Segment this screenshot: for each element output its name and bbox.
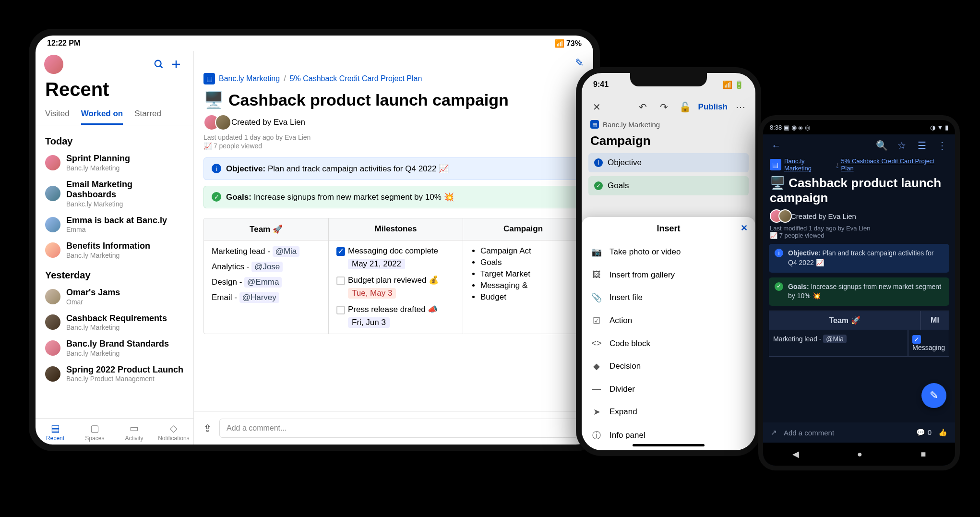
list-item[interactable]: Cashback RequirementsBanc.ly Marketing — [36, 310, 193, 336]
nav-recent-icon[interactable]: ■ — [920, 449, 926, 459]
page-title: 🖥️ Cashback product launch campaign — [763, 173, 955, 209]
tab-visited[interactable]: Visited — [45, 104, 70, 125]
list-item[interactable]: Email Marketing DashboardsBankc.ly Marke… — [36, 176, 193, 212]
edit-icon[interactable]: ✎ — [575, 57, 584, 69]
edit-fab[interactable]: ✎ — [921, 383, 946, 408]
avatar — [45, 242, 60, 258]
list-item[interactable]: Banc.ly Brand StandardsBanc.ly Marketing — [36, 335, 193, 361]
star-icon[interactable]: ☆ — [894, 137, 910, 154]
nav-notifications[interactable]: ◇Notifications — [154, 419, 193, 445]
insert-action[interactable]: ☑Action — [582, 309, 755, 332]
byline: Created by Eva Lien — [763, 209, 955, 225]
iphone-device: 9:41 📶 🔋 ✕ ↶ ↷ 🔓 Publish ⋯ ▤ Banc.ly Mar… — [576, 67, 761, 456]
date-chip: Fri, Jun 3 — [348, 317, 390, 328]
mention-chip[interactable]: @Harvey — [239, 292, 279, 303]
android-nav-bar: ◀ ● ■ — [763, 443, 955, 466]
info-icon: ⓘ — [591, 430, 602, 441]
avatar — [45, 217, 60, 232]
breadcrumb-item[interactable]: Banc.ly Marketing — [784, 157, 834, 172]
tab-worked-on[interactable]: Worked on — [81, 104, 123, 125]
divider-icon: — — [591, 384, 602, 394]
objective-panel: i Objective: Plan and track campaign act… — [203, 157, 584, 180]
tag-icon: ◇ — [154, 422, 193, 434]
list-item[interactable]: Spring 2022 Product LaunchBanc.ly Produc… — [36, 361, 193, 387]
insert-decision[interactable]: ◆Decision — [582, 355, 755, 378]
nav-recent[interactable]: ▤Recent — [36, 419, 75, 445]
close-icon[interactable]: ✕ — [741, 223, 748, 233]
campaign-cell: Campaign Act Goals Target Market Messagi… — [463, 240, 583, 334]
breadcrumb: ▤ Banc.ly Marketing / 5% Cashback Credit… — [194, 69, 593, 86]
breadcrumb-item[interactable]: Banc.ly Marketing — [219, 74, 280, 83]
objective-panel: i Objective: Plan and track campaign act… — [769, 244, 949, 272]
group-yesterday: Yesterday — [36, 263, 193, 284]
breadcrumb-item[interactable]: 5% Cashback Credit Card Project Plan — [290, 74, 422, 83]
insert-divider[interactable]: —Divider — [582, 378, 755, 400]
info-icon: i — [775, 249, 783, 257]
nav-activity[interactable]: ▭Activity — [115, 419, 154, 445]
ipad-device: 12:22 PM 📶 73% Recent Visited Worked on … — [29, 29, 600, 451]
list-item[interactable]: Sprint PlanningBanc.ly Marketing — [36, 150, 193, 176]
check-icon: ✓ — [212, 192, 221, 202]
main-content: ✎ ▤ Banc.ly Marketing / 5% Cashback Cred… — [194, 51, 593, 445]
more-icon[interactable]: ⋮ — [934, 137, 950, 154]
insert-gallery[interactable]: 🖼Insert from gallery — [582, 264, 755, 286]
insert-take-photo[interactable]: 📷Take photo or video — [582, 240, 755, 264]
last-updated: Last updated 1 day ago by Eva Lien — [194, 133, 593, 141]
checkbox-icon: ☑ — [591, 315, 602, 326]
insert-code-block[interactable]: <>Code block — [582, 332, 755, 355]
nav-spaces[interactable]: ▢Spaces — [75, 419, 114, 445]
comment-input[interactable]: Add a comment... — [219, 419, 584, 438]
viewers: 📈 7 people viewed — [194, 142, 593, 150]
list-item[interactable]: Benefits InformationBanc.ly Marketing — [36, 237, 193, 263]
list-item[interactable]: Omar's JamsOmar — [36, 284, 193, 310]
notch — [630, 73, 707, 86]
checkbox-icon[interactable]: ✓ — [912, 335, 921, 344]
sidebar: Recent Visited Worked on Starred Today S… — [36, 51, 194, 445]
add-icon[interactable] — [167, 56, 185, 73]
mention-chip[interactable]: @Mia — [823, 335, 847, 343]
comment-count[interactable]: 💬 0 — [916, 428, 932, 437]
title-emoji-icon: 🖥️ — [203, 90, 224, 109]
byline: Created by Eva Lien — [194, 114, 593, 133]
share-icon[interactable]: ⇪ — [203, 422, 212, 434]
insert-link[interactable]: 🔗Link — [582, 447, 755, 456]
expand-icon: ➤ — [591, 407, 602, 417]
checkbox-icon[interactable] — [336, 277, 345, 285]
comment-input[interactable]: Add a comment — [784, 429, 834, 437]
avatar[interactable] — [44, 55, 63, 74]
share-icon[interactable]: ↗ — [771, 428, 777, 437]
back-icon[interactable]: ← — [768, 137, 784, 154]
mention-chip[interactable]: @Emma — [244, 277, 282, 288]
avatar — [45, 289, 60, 304]
activity-icon: ▭ — [115, 422, 154, 434]
mention-chip[interactable]: @Jose — [251, 262, 283, 272]
page-icon: ▤ — [203, 73, 215, 84]
search-icon[interactable] — [150, 56, 167, 73]
table-header: Team 🚀 Mi — [769, 311, 949, 330]
milestones-cell: ✓Messaging doc complete May 21, 2022 Bud… — [329, 240, 463, 334]
mention-chip[interactable]: @Mia — [273, 246, 300, 257]
search-icon[interactable]: 🔍 — [873, 137, 890, 154]
checkbox-icon[interactable] — [336, 306, 345, 314]
like-icon[interactable]: 👍 — [938, 428, 947, 437]
list-item[interactable]: Emma is back at Banc.lyEmma — [36, 212, 193, 238]
decision-icon: ◆ — [591, 361, 602, 372]
link-icon: 🔗 — [591, 454, 602, 456]
home-indicator — [633, 444, 705, 446]
checkbox-icon[interactable]: ✓ — [336, 247, 345, 256]
content-table: Team 🚀 Milestones Campaign Marketing lea… — [203, 218, 584, 334]
avatar — [45, 340, 60, 356]
nav-home-icon[interactable]: ● — [857, 449, 862, 459]
goals-panel: ✓ Goals: Increase signups from new marke… — [203, 186, 584, 208]
breadcrumb: ▤ Banc.ly Marketing / 5% Cashback Credit… — [763, 156, 955, 173]
nav-back-icon[interactable]: ◀ — [792, 449, 799, 459]
comment-bar: ↗ Add a comment 💬 0 👍 — [763, 422, 955, 443]
breadcrumb-item[interactable]: 5% Cashback Credit Card Project Plan — [841, 157, 948, 172]
tab-starred[interactable]: Starred — [134, 104, 161, 125]
list-icon[interactable]: ☰ — [914, 137, 930, 154]
sheet-title: Insert ✕ — [582, 217, 755, 240]
insert-file[interactable]: 📎Insert file — [582, 286, 755, 309]
camera-icon: 📷 — [591, 247, 602, 257]
insert-sheet: Insert ✕ 📷Take photo or video 🖼Insert fr… — [582, 217, 755, 450]
insert-expand[interactable]: ➤Expand — [582, 400, 755, 423]
